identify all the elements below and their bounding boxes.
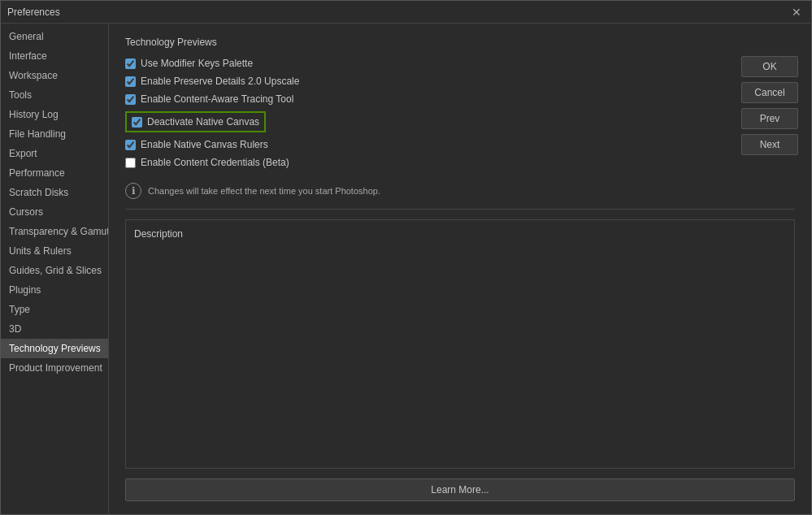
sidebar-item-plugins[interactable]: Plugins bbox=[1, 280, 108, 300]
label-enable-native-rulers[interactable]: Enable Native Canvas Rulers bbox=[141, 139, 268, 150]
checkboxes-container: Use Modifier Keys PaletteEnable Preserve… bbox=[125, 58, 795, 175]
title-bar: Preferences ✕ bbox=[1, 1, 811, 24]
checkbox-enable-native-rulers[interactable] bbox=[125, 140, 136, 150]
sidebar-item-transparency---gamut[interactable]: Transparency & Gamut bbox=[1, 222, 108, 241]
preferences-window: Preferences ✕ GeneralInterfaceWorkspaceT… bbox=[0, 0, 812, 515]
close-button[interactable]: ✕ bbox=[788, 4, 805, 20]
section-title: Technology Previews bbox=[125, 37, 795, 48]
label-enable-content-aware[interactable]: Enable Content-Aware Tracing Tool bbox=[141, 93, 293, 105]
checkbox-row-deactivate-native: Deactivate Native Canvas bbox=[125, 111, 266, 132]
prev-button[interactable]: Prev bbox=[741, 108, 798, 129]
info-text: Changes will take effect the next time y… bbox=[148, 186, 380, 196]
checkbox-use-modifier[interactable] bbox=[125, 58, 136, 69]
sidebar-item-performance[interactable]: Performance bbox=[1, 163, 108, 183]
sidebar-item-3d[interactable]: 3D bbox=[1, 319, 108, 339]
divider bbox=[125, 209, 795, 210]
sidebar-item-export[interactable]: Export bbox=[1, 144, 108, 163]
label-enable-content-cred[interactable]: Enable Content Credentials (Beta) bbox=[141, 157, 289, 168]
label-enable-preserve[interactable]: Enable Preserve Details 2.0 Upscale bbox=[141, 76, 299, 87]
checkbox-row-enable-content-aware: Enable Content-Aware Tracing Tool bbox=[125, 93, 795, 105]
checkbox-row-use-modifier: Use Modifier Keys Palette bbox=[125, 58, 795, 69]
checkbox-enable-content-cred[interactable] bbox=[125, 158, 136, 168]
sidebar-item-file-handling[interactable]: File Handling bbox=[1, 124, 108, 144]
ok-button[interactable]: OK bbox=[741, 56, 798, 77]
sidebar-item-technology-previews[interactable]: Technology Previews bbox=[1, 339, 108, 358]
label-use-modifier[interactable]: Use Modifier Keys Palette bbox=[141, 58, 253, 69]
description-label: Description bbox=[134, 228, 786, 240]
main-content: Technology Previews Use Modifier Keys Pa… bbox=[125, 37, 795, 501]
description-section: Description bbox=[125, 219, 795, 469]
window-title: Preferences bbox=[7, 6, 60, 18]
sidebar-item-cursors[interactable]: Cursors bbox=[1, 202, 108, 222]
sidebar-item-guides--grid---slices[interactable]: Guides, Grid & Slices bbox=[1, 261, 108, 280]
sidebar-item-type[interactable]: Type bbox=[1, 300, 108, 319]
cancel-button[interactable]: Cancel bbox=[741, 82, 798, 103]
sidebar-item-workspace[interactable]: Workspace bbox=[1, 66, 108, 85]
checkbox-enable-preserve[interactable] bbox=[125, 76, 136, 87]
action-buttons: OK Cancel Prev Next bbox=[741, 56, 798, 155]
sidebar-item-product-improvement[interactable]: Product Improvement bbox=[1, 358, 108, 378]
sidebar-item-interface[interactable]: Interface bbox=[1, 46, 108, 66]
content-area: GeneralInterfaceWorkspaceToolsHistory Lo… bbox=[1, 24, 811, 514]
info-icon: ℹ bbox=[125, 183, 141, 199]
sidebar: GeneralInterfaceWorkspaceToolsHistory Lo… bbox=[1, 24, 109, 514]
sidebar-item-scratch-disks[interactable]: Scratch Disks bbox=[1, 183, 108, 202]
sidebar-item-history-log[interactable]: History Log bbox=[1, 105, 108, 124]
sidebar-item-units---rulers[interactable]: Units & Rulers bbox=[1, 241, 108, 261]
info-row: ℹ Changes will take effect the next time… bbox=[125, 183, 795, 199]
main-panel: Technology Previews Use Modifier Keys Pa… bbox=[109, 24, 811, 514]
checkbox-row-enable-native-rulers: Enable Native Canvas Rulers bbox=[125, 139, 795, 150]
sidebar-item-general[interactable]: General bbox=[1, 27, 108, 46]
checkbox-deactivate-native[interactable] bbox=[132, 117, 142, 128]
outer-wrapper: Technology Previews Use Modifier Keys Pa… bbox=[109, 24, 811, 514]
checkbox-row-enable-preserve: Enable Preserve Details 2.0 Upscale bbox=[125, 76, 795, 87]
checkbox-enable-content-aware[interactable] bbox=[125, 94, 136, 105]
next-button[interactable]: Next bbox=[741, 134, 798, 155]
checkbox-row-enable-content-cred: Enable Content Credentials (Beta) bbox=[125, 157, 795, 168]
label-deactivate-native[interactable]: Deactivate Native Canvas bbox=[147, 116, 259, 128]
learn-more-button[interactable]: Learn More... bbox=[125, 478, 795, 501]
sidebar-item-tools[interactable]: Tools bbox=[1, 85, 108, 105]
